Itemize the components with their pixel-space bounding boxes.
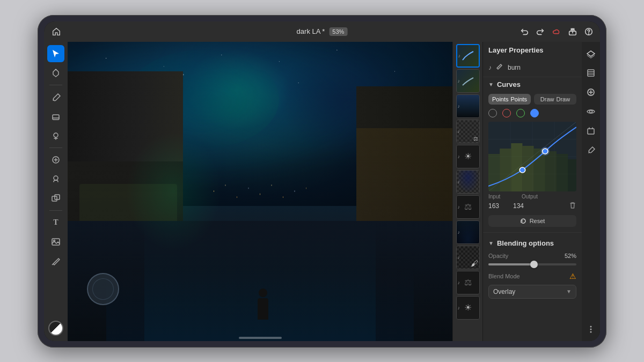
home-icon[interactable] <box>50 26 62 38</box>
lasso-tool[interactable] <box>47 64 64 82</box>
layer-thumb-curves[interactable]: ♪ <box>456 44 480 68</box>
channel-dots <box>483 107 582 120</box>
channel-dot-gray[interactable] <box>488 109 497 117</box>
brush-right-icon[interactable] <box>583 143 598 158</box>
output-label: Output <box>522 194 539 200</box>
layer-thumb-5[interactable]: ☀ ♪ <box>456 145 480 168</box>
opacity-slider-row[interactable] <box>483 261 582 270</box>
opacity-label: Opacity <box>488 253 508 259</box>
draw-mode-btn[interactable]: DrawDraw <box>534 94 576 105</box>
top-bar-center: dark LA * 53% <box>297 27 348 36</box>
layer-name: burn <box>508 64 521 71</box>
layer-thumb-10[interactable]: ⚖ ♪ <box>456 271 480 294</box>
points-mode-btn[interactable]: PointsPoints <box>488 94 531 105</box>
scene-background <box>68 42 452 341</box>
brush-tool[interactable] <box>47 88 64 106</box>
svg-point-38 <box>590 331 592 333</box>
text-tool[interactable]: T <box>47 214 64 231</box>
channel-dot-blue[interactable] <box>530 109 539 117</box>
mode-toggle: PointsPoints DrawDraw <box>483 92 582 107</box>
layer-curve-icon: ♪ <box>488 64 492 71</box>
layer-music-note-6: ♪ <box>458 179 460 184</box>
share-icon[interactable] <box>568 27 577 36</box>
channel-dot-red[interactable] <box>502 109 511 117</box>
svg-point-28 <box>543 149 548 154</box>
layer-pencil-icon <box>496 63 503 72</box>
svg-rect-35 <box>588 129 594 134</box>
blend-mode-dropdown-arrow: ▼ <box>566 289 572 294</box>
layer-thumb-3[interactable]: ♪ <box>456 94 480 118</box>
canvas-scroll-indicator <box>239 337 282 339</box>
opacity-slider-thumb[interactable] <box>530 261 538 268</box>
layer-thumb-9[interactable]: 🖌 ♪ <box>456 246 480 269</box>
person-silhouette <box>252 289 274 326</box>
clone-tool[interactable] <box>47 190 64 207</box>
blending-section: ▼ Blending options Opacity 52% <box>483 236 582 301</box>
opacity-slider-fill <box>488 263 534 265</box>
pen-tool[interactable] <box>47 253 64 270</box>
input-value: 163 <box>488 202 503 210</box>
svg-point-27 <box>519 167 525 173</box>
svg-point-2 <box>589 34 589 34</box>
more-icon[interactable] <box>583 322 598 337</box>
curves-arrow: ▼ <box>488 82 494 87</box>
layer-music-note-1: ♪ <box>458 53 461 58</box>
cloud-icon[interactable] <box>552 27 561 36</box>
layer-music-note-4: ♪ <box>458 129 460 134</box>
eye-icon[interactable] <box>583 104 598 119</box>
layer-music-note-10: ♪ <box>458 280 460 285</box>
layer-thumb-7[interactable]: ⚖ ♪ <box>456 195 480 219</box>
dodge-tool[interactable] <box>47 171 64 188</box>
person-head <box>259 289 267 297</box>
curves-section-header[interactable]: ▼ Curves <box>483 77 582 92</box>
svg-point-7 <box>54 176 58 180</box>
curves-graph[interactable] <box>488 122 576 191</box>
svg-rect-20 <box>500 149 511 191</box>
channel-dot-green[interactable] <box>516 109 525 117</box>
layer-icon-9: 🖌 <box>471 259 478 268</box>
color-swatch[interactable] <box>48 321 63 336</box>
smudge-tool[interactable] <box>47 127 64 144</box>
move-icon[interactable] <box>583 123 598 138</box>
main-area: T <box>44 42 600 341</box>
blending-section-header[interactable]: ▼ Blending options <box>483 236 582 250</box>
delete-point-btn[interactable] <box>569 202 576 211</box>
toolbar-separator-3 <box>49 210 62 211</box>
layer-thumb-11[interactable]: ☀ ♪ <box>456 296 480 320</box>
ipad-frame: dark LA * 53% <box>38 15 606 348</box>
layer-thumb-4[interactable]: ⚖ ♪ <box>456 120 480 143</box>
redo-icon[interactable] <box>536 27 545 36</box>
left-toolbar: T <box>44 42 68 341</box>
stack-icon[interactable] <box>583 65 598 80</box>
layer-thumb-6[interactable]: ♪ <box>456 170 480 194</box>
svg-point-36 <box>590 326 592 327</box>
blend-mode-select[interactable]: Overlay ▼ <box>488 285 576 299</box>
add-icon[interactable] <box>583 85 598 100</box>
svg-point-34 <box>590 110 592 113</box>
opacity-slider-track[interactable] <box>488 263 576 265</box>
layers-icon[interactable] <box>583 46 598 61</box>
reset-btn[interactable]: Reset <box>488 215 576 227</box>
io-labels-row: Input Output <box>483 194 582 200</box>
help-icon[interactable] <box>584 27 594 36</box>
right-panel: Layer Properties ♪ burn <box>482 42 582 341</box>
canvas-area[interactable] <box>68 42 452 341</box>
image-tool[interactable] <box>47 233 64 250</box>
svg-rect-24 <box>545 151 557 191</box>
layer-music-note-9: ♪ <box>458 255 460 260</box>
heal-tool[interactable] <box>47 151 64 168</box>
undo-icon[interactable] <box>519 27 529 36</box>
layer-music-note-7: ♪ <box>458 204 460 210</box>
layer-thumb-8[interactable]: ♪ <box>456 220 480 244</box>
layer-music-note-2: ♪ <box>458 78 460 84</box>
blend-mode-label: Blend Mode <box>488 273 520 279</box>
output-value: 134 <box>513 202 528 210</box>
zoom-badge[interactable]: 53% <box>329 27 347 36</box>
right-icon-bar <box>582 42 600 341</box>
select-tool[interactable] <box>47 45 64 62</box>
io-values-row: 163 134 <box>483 200 582 213</box>
layer-thumb-2[interactable]: ♪ <box>456 69 480 93</box>
eraser-tool[interactable] <box>47 108 64 125</box>
navigator-circle[interactable] <box>87 273 119 305</box>
document-title: dark LA * <box>297 27 325 35</box>
